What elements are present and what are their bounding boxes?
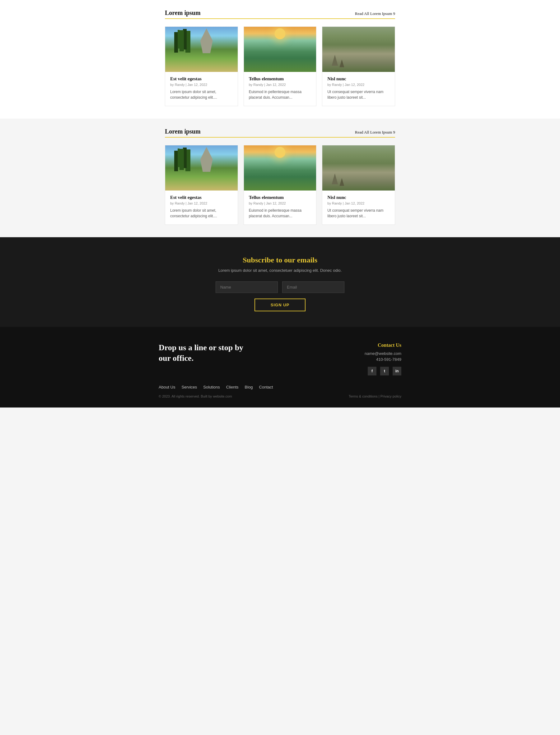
footer-nav-solutions[interactable]: Solutions	[203, 385, 220, 390]
footer-nav-services[interactable]: Services	[181, 385, 197, 390]
card-2-title: Tellus elementum	[249, 76, 311, 82]
section-2-card-grid: Est velit egestas by Randy | Jan 12, 202…	[165, 145, 395, 225]
footer-privacy-link[interactable]: Privacy policy	[380, 395, 401, 398]
section-1-title: Lorem ipsum	[165, 9, 201, 16]
card-3-title: Nisl nunc	[327, 76, 390, 82]
footer-nav-about-us[interactable]: About Us	[159, 385, 175, 390]
card-6-excerpt: Ut consequat semper viverra nam libero j…	[327, 208, 390, 219]
footer-nav-clients[interactable]: Clients	[226, 385, 239, 390]
section-1-card-grid: Est velit egestas by Randy | Jan 12, 202…	[165, 26, 395, 106]
card-6-meta: by Randy | Jan 12, 2022	[327, 201, 390, 205]
card-4-image	[165, 145, 238, 190]
card-1-excerpt: Lorem ipsum dolor sit amet, consectetur …	[170, 89, 233, 100]
newsletter-title: Subscribe to our emails	[6, 256, 554, 264]
newsletter-form	[6, 281, 554, 293]
card-2: Tellus elementum by Randy | Jan 12, 2022…	[244, 26, 317, 106]
card-2-meta: by Randy | Jan 12, 2022	[249, 83, 311, 87]
card-5-excerpt: Euismod in pellentesque massa placerat d…	[249, 208, 311, 219]
footer-copyright: © 2023. All rights reserved. Built by we…	[159, 395, 232, 398]
card-3: Nisl nunc by Randy | Jan 12, 2022 Ut con…	[322, 26, 395, 106]
section-1-divider	[165, 18, 395, 19]
footer-email: name@website.com	[365, 351, 401, 356]
footer-nav: About Us Services Solutions Clients Blog…	[159, 385, 401, 390]
card-1-title: Est velit egestas	[170, 76, 233, 82]
footer-contact: Contact Us name@website.com 410-591-7849…	[365, 342, 401, 376]
footer-phone: 410-591-7849	[365, 357, 401, 362]
footer-terms-link[interactable]: Terms & conditions	[349, 395, 378, 398]
card-3-image	[322, 27, 395, 72]
section-1-header: Lorem ipsum Read All Lorem Ipsum 9	[165, 9, 395, 16]
card-1: Est velit egestas by Randy | Jan 12, 202…	[165, 26, 238, 106]
section-2-read-all[interactable]: Read All Lorem Ipsum 9	[355, 130, 395, 135]
card-5-meta: by Randy | Jan 12, 2022	[249, 201, 311, 205]
card-2-image	[244, 27, 316, 72]
section-2-divider	[165, 137, 395, 138]
newsletter-description: Lorem ipsum dolor sit amet, consectetuer…	[6, 268, 554, 273]
section-2-title: Lorem ipsum	[165, 128, 201, 135]
footer: Drop us a line or stop by our office. Co…	[0, 327, 560, 408]
card-1-meta: by Randy | Jan 12, 2022	[170, 83, 233, 87]
card-1-image	[165, 27, 238, 72]
card-5-title: Tellus elementum	[249, 195, 311, 200]
card-6-image	[322, 145, 395, 190]
card-3-meta: by Randy | Jan 12, 2022	[327, 83, 390, 87]
card-4-meta: by Randy | Jan 12, 2022	[170, 201, 233, 205]
card-3-excerpt: Ut consequat semper viverra nam libero j…	[327, 89, 390, 100]
card-6: Nisl nunc by Randy | Jan 12, 2022 Ut con…	[322, 145, 395, 225]
section-1-read-all[interactable]: Read All Lorem Ipsum 9	[355, 11, 395, 16]
footer-social: f t in	[365, 367, 401, 376]
card-2-excerpt: Euismod in pellentesque massa placerat d…	[249, 89, 311, 100]
newsletter-name-input[interactable]	[216, 281, 278, 293]
newsletter-section: Subscribe to our emails Lorem ipsum dolo…	[0, 237, 560, 327]
footer-contact-title: Contact Us	[365, 342, 401, 348]
footer-legal-links: Terms & conditions | Privacy policy	[349, 395, 401, 398]
card-4-excerpt: Lorem ipsum dolor sit amet, consectetur …	[170, 208, 233, 219]
footer-nav-blog[interactable]: Blog	[245, 385, 253, 390]
section-2: Lorem ipsum Read All Lorem Ipsum 9 Est v…	[0, 119, 560, 237]
card-6-title: Nisl nunc	[327, 195, 390, 200]
card-5-image	[244, 145, 316, 190]
footer-legal: © 2023. All rights reserved. Built by we…	[159, 395, 401, 398]
newsletter-signup-button[interactable]: SIGN UP	[254, 298, 306, 311]
footer-inner: Drop us a line or stop by our office. Co…	[159, 342, 401, 376]
twitter-icon[interactable]: t	[380, 367, 389, 376]
facebook-icon[interactable]: f	[368, 367, 376, 376]
footer-nav-contact[interactable]: Contact	[259, 385, 273, 390]
newsletter-email-input[interactable]	[282, 281, 344, 293]
footer-tagline: Drop us a line or stop by our office.	[159, 342, 252, 363]
card-4-title: Est velit egestas	[170, 195, 233, 200]
card-4: Est velit egestas by Randy | Jan 12, 202…	[165, 145, 238, 225]
section-1: Lorem ipsum Read All Lorem Ipsum 9 Est v…	[0, 0, 560, 119]
card-5: Tellus elementum by Randy | Jan 12, 2022…	[244, 145, 317, 225]
linkedin-icon[interactable]: in	[393, 367, 401, 376]
section-2-header: Lorem ipsum Read All Lorem Ipsum 9	[165, 128, 395, 135]
